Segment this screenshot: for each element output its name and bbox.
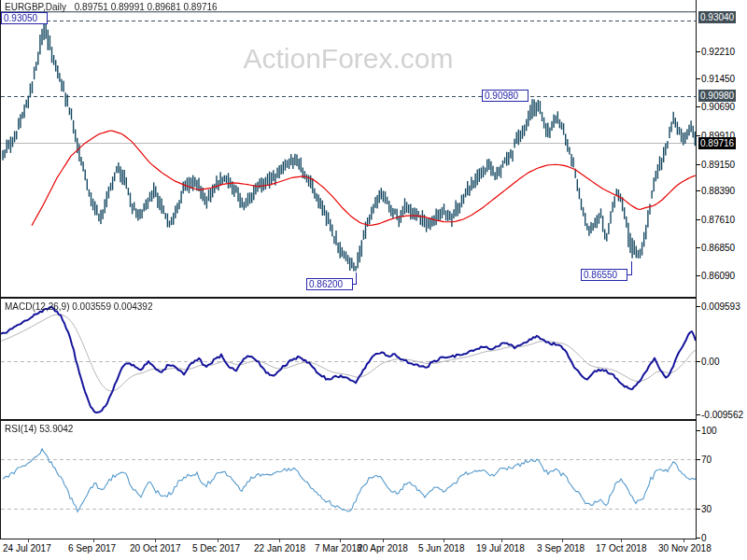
axis-value-label: -0.009562 <box>701 409 743 421</box>
axis-tick-mark <box>697 78 700 79</box>
rsi-panel: RSI(14) 53.9042 <box>0 420 697 539</box>
axis-value-label: 0.00 <box>701 356 719 368</box>
axis-tick-mark <box>697 51 700 52</box>
date-label: 5 Dec 2017 <box>192 543 240 553</box>
time-axis: 24 Jul 20176 Sep 201720 Oct 20175 Dec 20… <box>0 539 697 560</box>
axis-value-label: 0.90690 <box>701 101 735 113</box>
date-label: 20 Apr 2018 <box>358 543 408 553</box>
macd-panel: MACD(12,26,9) 0.003559 0.004392 <box>0 298 697 420</box>
axis-value-label: 0.89150 <box>701 159 735 171</box>
axis-tick-mark <box>697 106 700 107</box>
chart-title: EURGBP,Daily 0.89751 0.89991 0.89681 0.8… <box>5 2 218 12</box>
time-axis-tick <box>501 539 502 542</box>
axis-tick-mark <box>697 164 700 165</box>
axis-tick-mark <box>697 219 700 220</box>
time-axis-tick <box>279 539 280 542</box>
rsi-indicator-value: 53.9042 <box>39 424 73 434</box>
date-label: 30 Nov 2018 <box>658 543 712 553</box>
macd-title: MACD(12,26,9) 0.003559 0.004392 <box>5 301 152 312</box>
axis-value-label: 0.88390 <box>701 185 735 197</box>
axis-tick-mark <box>697 538 700 539</box>
axis-value-label: 70 <box>701 454 712 466</box>
axis-value-label: 0.009593 <box>701 301 740 313</box>
date-label: 6 Sep 2017 <box>68 543 116 553</box>
axis-tick-mark <box>697 361 700 362</box>
date-label: 22 Jan 2018 <box>254 543 305 553</box>
chart-window: ActionForex.com EURGBP,Daily 0.89751 0.8… <box>0 0 747 560</box>
date-label: 20 Oct 2017 <box>130 543 180 553</box>
ohlc-values: 0.89751 0.89991 0.89681 0.89716 <box>75 2 218 12</box>
time-axis-tick <box>155 539 156 542</box>
time-axis-tick <box>684 539 684 542</box>
time-axis-tick <box>562 539 563 542</box>
date-label: 17 Oct 2018 <box>596 543 646 553</box>
axis-value-label: 0.92210 <box>701 46 735 58</box>
axis-value-label: 0.93040 <box>698 11 736 23</box>
date-label: 19 Jul 2018 <box>476 543 525 553</box>
time-axis-tick <box>93 539 94 542</box>
time-axis-tick <box>340 539 341 542</box>
axis-tick-mark <box>697 190 700 191</box>
axis-tick-mark <box>697 430 700 431</box>
axis-tick-mark <box>697 509 700 510</box>
time-axis-tick <box>28 539 29 542</box>
axis-value-label: 30 <box>701 503 712 515</box>
axis-tick-mark <box>697 459 700 460</box>
symbol-timeframe-label: EURGBP,Daily <box>5 2 66 12</box>
axis-tick-mark <box>697 135 700 136</box>
date-label: 5 Jun 2018 <box>418 543 465 553</box>
price-chart-canvas[interactable] <box>1 0 696 297</box>
current-price-axis-label: 0.89716 <box>698 137 736 149</box>
time-axis-tick <box>621 539 622 542</box>
rsi-indicator-label: RSI(14) <box>5 424 36 434</box>
axis-value-label: 0.86090 <box>701 270 735 282</box>
time-axis-tick <box>383 539 384 542</box>
axis-tick-mark <box>697 275 700 276</box>
rsi-chart-canvas[interactable] <box>1 421 696 539</box>
macd-indicator-label: MACD(12,26,9) <box>5 301 69 312</box>
axis-tick-mark <box>697 247 700 248</box>
axis-value-label: 0.87610 <box>701 214 735 226</box>
price-panel: ActionForex.com EURGBP,Daily 0.89751 0.8… <box>0 0 697 298</box>
time-axis-tick <box>218 539 218 542</box>
axis-value-label: 0.91450 <box>701 73 735 85</box>
macd-indicator-values: 0.003559 0.004392 <box>72 301 152 312</box>
axis-value-label: 0.86850 <box>701 242 735 254</box>
date-label: 3 Sep 2018 <box>537 543 585 553</box>
date-label: 7 Mar 2018 <box>315 543 362 553</box>
axis-tick-mark <box>697 306 700 307</box>
macd-chart-canvas[interactable] <box>1 299 696 419</box>
time-axis-tick <box>444 539 444 542</box>
date-label: 24 Jul 2017 <box>3 543 51 553</box>
rsi-title: RSI(14) 53.9042 <box>5 424 73 434</box>
price-axis: 0.930400.922100.914500.909800.906900.899… <box>697 0 747 560</box>
axis-tick-mark <box>697 414 700 415</box>
axis-value-label: 100 <box>701 425 717 437</box>
